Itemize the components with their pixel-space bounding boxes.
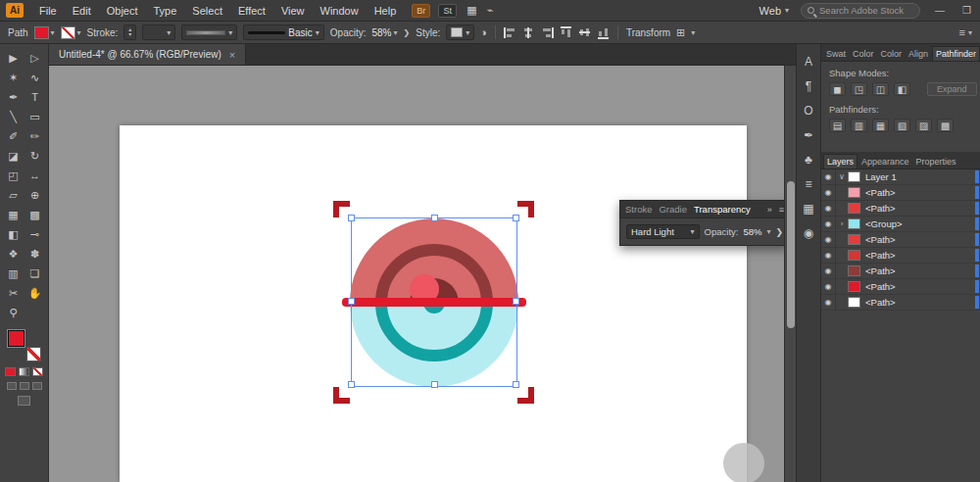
focus-bracket-top-right[interactable] <box>528 201 534 217</box>
selection-handle[interactable] <box>513 215 519 221</box>
layer-selection-indicator[interactable] <box>975 202 979 215</box>
selection-bounding-box[interactable] <box>351 217 517 387</box>
direct-selection-tool[interactable]: ▷ <box>25 49 45 67</box>
visibility-eye-icon[interactable]: ◉ <box>821 295 836 311</box>
menu-item[interactable]: Select <box>184 2 230 20</box>
opacity-panel-arrow[interactable]: ❯ <box>404 28 411 37</box>
visibility-eye-icon[interactable]: ◉ <box>821 248 836 264</box>
focus-bracket-top-left[interactable] <box>333 201 339 217</box>
panel-tab[interactable]: Gradie <box>659 204 687 215</box>
crop-button[interactable]: ▧ <box>894 119 910 132</box>
variable-width-profile-select[interactable]: ▾ <box>181 24 237 40</box>
layer-selection-indicator[interactable] <box>975 186 979 199</box>
exclude-button[interactable]: ◧ <box>894 82 910 96</box>
stroke-weight-stepper[interactable]: ▴▾ <box>123 24 136 40</box>
blend-mode-select[interactable]: Hard Light ▾ <box>626 224 700 239</box>
minimize-button[interactable]: — <box>932 5 948 16</box>
zoom-tool[interactable]: ⚲ <box>4 304 24 321</box>
width-tool[interactable]: ↔ <box>25 167 45 184</box>
selection-handle[interactable] <box>348 298 355 305</box>
stock-search-field[interactable]: Search Adobe Stock <box>801 3 920 19</box>
paintbrush-tool[interactable]: ✐ <box>4 127 24 145</box>
panel-tab[interactable]: Color <box>850 47 877 61</box>
visibility-eye-icon[interactable]: ◉ <box>821 264 836 279</box>
intersect-button[interactable]: ◫ <box>872 82 889 96</box>
layer-row[interactable]: ◉ <Path> <box>821 264 980 279</box>
navigator-panel-icon[interactable]: ◉ <box>804 227 813 239</box>
paragraph-panel-icon[interactable]: ¶ <box>806 80 811 92</box>
layer-thumbnail[interactable] <box>848 265 860 276</box>
layer-thumbnail[interactable] <box>848 187 860 198</box>
fill-color-swatch[interactable] <box>34 26 49 39</box>
panel-tab[interactable]: Appearance <box>858 155 912 169</box>
panel-tab[interactable]: Transparency <box>694 204 751 215</box>
align-center-icon[interactable] <box>522 27 535 38</box>
layer-name[interactable]: <Path> <box>865 265 973 276</box>
line-segment-tool[interactable]: ╲ <box>4 108 24 125</box>
layer-name[interactable]: <Group> <box>865 218 973 229</box>
layer-selection-indicator[interactable] <box>975 265 979 277</box>
slice-tool[interactable]: ✂ <box>4 284 24 302</box>
layer-selection-indicator[interactable] <box>975 233 979 246</box>
menu-item[interactable]: Window <box>313 2 367 20</box>
scale-tool[interactable]: ◰ <box>4 167 24 184</box>
symbol-sprayer-tool[interactable]: ✽ <box>25 245 45 263</box>
merge-button[interactable]: ▦ <box>872 119 889 132</box>
layer-selection-indicator[interactable] <box>975 170 979 183</box>
free-transform-tool[interactable]: ▱ <box>4 186 24 204</box>
visibility-eye-icon[interactable]: ◉ <box>821 279 836 295</box>
eraser-tool[interactable]: ◪ <box>4 147 24 165</box>
trim-button[interactable]: ▥ <box>851 119 867 132</box>
selection-handle[interactable] <box>431 381 438 388</box>
layer-name[interactable]: <Path> <box>865 187 973 198</box>
divide-button[interactable]: ▤ <box>829 119 846 132</box>
menu-item[interactable]: Edit <box>65 2 99 20</box>
layer-name[interactable]: <Path> <box>865 234 973 245</box>
layer-thumbnail[interactable] <box>848 281 860 292</box>
selection-handle[interactable] <box>513 298 519 305</box>
align-middle-icon[interactable] <box>579 26 590 39</box>
menu-item[interactable]: File <box>31 2 65 20</box>
panel-tab[interactable]: Align <box>906 47 931 61</box>
gpu-performance-icon[interactable]: ⌁ <box>487 4 494 17</box>
symbols-panel-icon[interactable]: ♣ <box>805 154 812 166</box>
selection-handle[interactable] <box>513 381 519 388</box>
layer-thumbnail[interactable] <box>848 250 860 261</box>
stroke-color-swatch[interactable] <box>61 26 75 39</box>
panel-tab[interactable]: Swat <box>823 47 849 61</box>
layer-thumbnail[interactable] <box>848 171 860 182</box>
screen-mode-button[interactable] <box>18 396 30 406</box>
focus-bracket-bottom-left[interactable] <box>333 398 350 404</box>
visibility-eye-icon[interactable]: ◉ <box>821 169 836 185</box>
menu-item[interactable]: Effect <box>230 2 273 20</box>
layer-thumbnail[interactable] <box>848 297 860 308</box>
align-left-icon[interactable] <box>504 27 516 38</box>
layer-name[interactable]: Layer 1 <box>865 171 973 182</box>
recolor-artwork-icon[interactable]: ◑ <box>480 26 487 38</box>
stroke-color-control[interactable]: ▾ <box>61 26 81 39</box>
magic-wand-tool[interactable]: ✶ <box>4 69 24 86</box>
gradient-tool[interactable]: ◧ <box>4 225 24 243</box>
layer-row[interactable]: ◉ <Path> <box>821 295 980 311</box>
expand-button[interactable]: Expand <box>927 82 977 96</box>
layer-row[interactable]: ◉ <Path> <box>821 201 980 217</box>
eyedropper-tool[interactable]: ⊸ <box>25 225 45 243</box>
brushes-panel-icon[interactable]: ✒ <box>804 129 813 141</box>
draw-normal-button[interactable] <box>7 382 17 390</box>
column-graph-tool[interactable]: ▥ <box>4 265 24 282</box>
menu-item[interactable]: Help <box>367 2 405 20</box>
stroke-swatch[interactable] <box>26 347 41 362</box>
shape-builder-tool[interactable]: ⊕ <box>25 186 45 204</box>
type-tool[interactable]: T <box>25 88 45 106</box>
layer-thumbnail[interactable] <box>848 203 860 214</box>
layer-thumbnail[interactable] <box>848 234 860 245</box>
stroke-weight-select[interactable]: ▾ <box>142 24 175 40</box>
panel-tab[interactable]: Color <box>878 47 906 61</box>
perspective-grid-tool[interactable]: ▦ <box>4 206 24 223</box>
layer-selection-indicator[interactable] <box>975 249 979 262</box>
layer-selection-indicator[interactable] <box>975 280 979 293</box>
selection-handle[interactable] <box>431 215 438 221</box>
visibility-eye-icon[interactable]: ◉ <box>821 185 836 201</box>
brush-definition-select[interactable]: Basic ▾ <box>243 24 323 40</box>
layer-row[interactable]: ◉ <Path> <box>821 232 980 248</box>
